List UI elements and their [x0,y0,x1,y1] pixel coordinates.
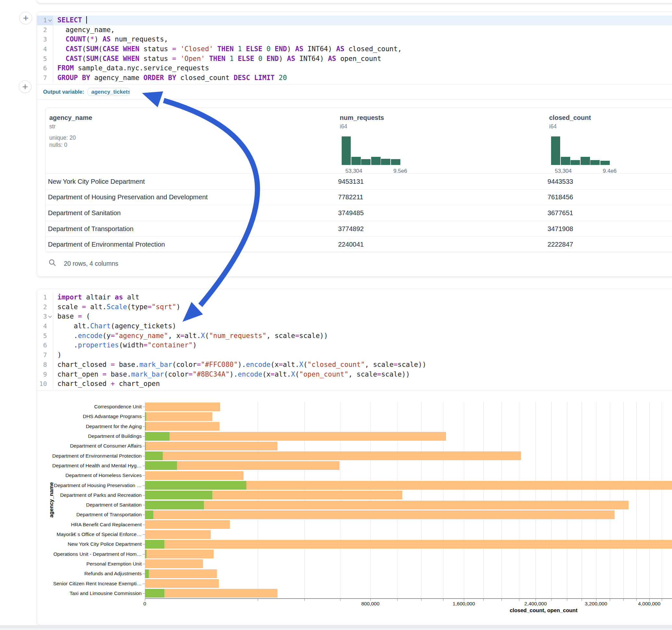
text-cursor [86,16,87,24]
table-cell: Department of Environmental Protection [48,241,165,248]
histogram-bar [551,137,560,165]
editor-chart-separator [37,390,672,391]
gutter: 2 [37,25,53,35]
output-variable-label: Output variable: [43,89,84,95]
code-line[interactable]: 1import altair as alt [37,293,672,302]
gutter: 7 [37,350,53,360]
add-cell-button-top[interactable]: + [20,12,32,24]
line-number: 7 [37,73,47,83]
code-text: import altair as alt [53,293,672,302]
bottom-scroll-strip[interactable] [0,625,672,628]
code-text: CAST(SUM(CASE WHEN status = 'Open' THEN … [53,54,672,64]
code-line[interactable]: 3base = ( [37,312,672,321]
code-text: base = ( [53,312,672,321]
table-cell: 7618456 [548,193,573,201]
code-text: agency_name, [53,25,672,35]
code-text: GROUP BY agency_name ORDER BY closed_cou… [53,73,672,83]
table-cell: 7782211 [338,193,363,201]
dataframe-table: agency_namestrunique: 20nulls: 0num_requ… [45,107,672,252]
line-number: 9 [37,370,47,380]
fold-chevron-icon[interactable] [47,16,53,25]
gutter: 2 [37,302,53,312]
table-cell: New York City Police Department [48,177,145,185]
column-histogram [551,137,610,165]
code-text: COUNT(*) AS num_requests, [53,35,672,44]
code-line[interactable]: 5 CAST(SUM(CASE WHEN status = 'Open' THE… [37,54,672,64]
code-line[interactable]: 2 agency_name, [37,25,672,35]
table-row: Department of Environmental Protection22… [46,237,672,252]
table-cell: 3749485 [338,209,364,217]
line-number: 7 [37,350,47,360]
table-cell: Department of Sanitation [48,209,121,217]
table-cell: 3471908 [548,225,573,232]
histogram-bar [571,160,580,165]
fold-chevron-icon[interactable] [47,312,53,321]
code-line[interactable]: 6FROM sample_data.nyc.service_requests [37,64,672,73]
table-cell: 3677651 [548,209,573,217]
gutter: 6 [37,341,53,350]
code-text: SELECT [53,16,672,25]
search-icon[interactable] [49,259,56,268]
table-row: Department of Transportation377489234719… [46,221,672,237]
code-text: FROM sample_data.nyc.service_requests [53,64,672,73]
gutter: 3 [37,312,53,321]
histogram-bar [581,157,590,165]
code-line[interactable]: 2scale = alt.Scale(type="sqrt") [37,302,672,312]
sql-code-editor[interactable]: 1SELECT 2 agency_name,3 COUNT(*) AS num_… [37,16,672,83]
table-row: New York City Police Department945313194… [46,174,672,190]
line-number: 2 [37,302,47,312]
code-line[interactable]: 9chart_open = base.mark_bar(color="#8BC3… [37,370,672,380]
gutter: 10 [37,379,53,389]
column-header-num_requests[interactable]: num_requestsi64 [340,114,384,130]
code-line[interactable]: 4 CAST(SUM(CASE WHEN status = 'Closed' T… [37,44,672,54]
histogram-bar [561,157,570,165]
column-histogram [342,137,401,165]
code-text: .encode(y="agency_name", x=alt.X("num_re… [53,331,672,341]
line-number: 5 [37,54,47,64]
line-number: 5 [37,331,47,341]
add-cell-button-middle[interactable]: + [19,80,31,93]
previous-cell-card-edge [37,0,672,3]
column-header-agency_name[interactable]: agency_namestr [49,114,92,130]
code-text: chart_closed = base.mark_bar(color="#FFC… [53,360,672,370]
line-number: 4 [37,321,47,331]
column-dtype: str [49,123,92,130]
code-line[interactable]: 3 COUNT(*) AS num_requests, [37,35,672,44]
column-header-closed_count[interactable]: closed_counti64 [549,114,591,130]
code-line[interactable]: 8chart_closed = base.mark_bar(color="#FF… [37,360,672,370]
line-number: 6 [37,64,47,73]
histogram-bar [391,159,400,165]
python-code-editor[interactable]: 1import altair as alt2scale = alt.Scale(… [37,293,672,389]
column-stat: nulls: 0 [49,142,67,148]
bottom-strip-lower [0,628,672,630]
line-number: 8 [37,360,47,370]
code-line[interactable]: 6 .properties(width="container") [37,341,672,350]
line-number: 1 [37,16,47,25]
code-text: CAST(SUM(CASE WHEN status = 'Closed' THE… [53,44,672,54]
column-dtype: i64 [340,123,384,130]
histogram-bar [381,159,390,165]
line-number: 2 [37,25,47,35]
code-line[interactable]: 4 alt.Chart(agency_tickets) [37,321,672,331]
code-line[interactable]: 5 .encode(y="agency_name", x=alt.X("num_… [37,331,672,341]
output-variable-badge: agency_tickets [88,88,130,96]
gutter: 6 [37,64,53,73]
code-text: ) [53,350,672,360]
gutter: 7 [37,73,53,83]
table-cell: 2222847 [548,241,573,248]
code-line[interactable]: 1SELECT [37,16,672,25]
outputvar-table-separator [37,99,672,99]
histogram-bar [361,159,370,165]
table-cell: Department of Transportation [48,225,134,232]
gutter: 4 [37,321,53,331]
table-row: Department of Housing Preservation and D… [46,190,672,205]
code-line[interactable]: 7GROUP BY agency_name ORDER BY closed_co… [37,73,672,83]
column-name: agency_name [49,114,92,122]
line-number: 10 [37,379,47,389]
code-line[interactable]: 10chart_closed + chart_open [37,379,672,389]
histogram-bar [590,160,600,165]
code-text: chart_open = base.mark_bar(color="#8BC34… [53,370,672,380]
gutter: 1 [37,16,53,25]
code-line[interactable]: 7) [37,350,672,360]
gutter: 9 [37,370,53,380]
